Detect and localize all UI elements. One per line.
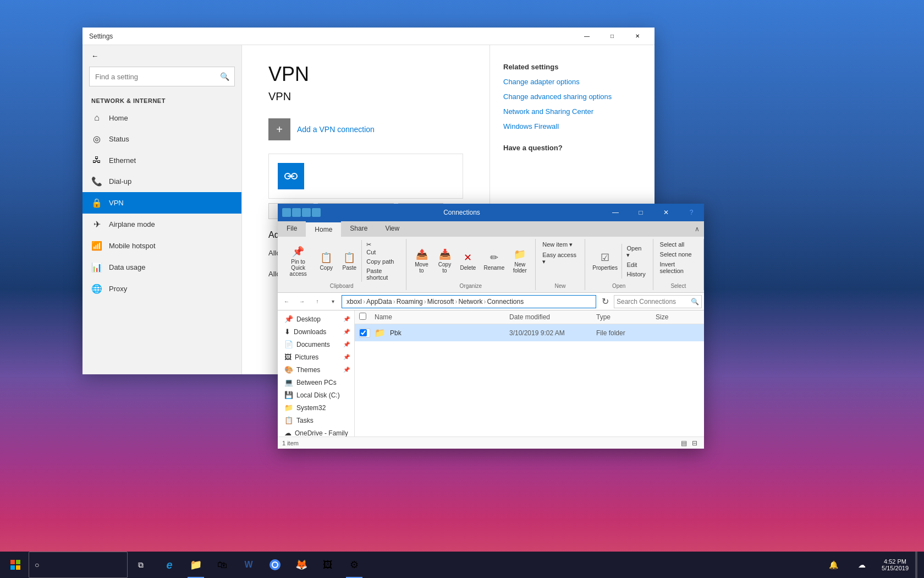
explorer-minimize-button[interactable]: — [603,204,628,221]
explorer-close-button[interactable]: ✕ [653,204,679,221]
nav-pictures[interactable]: 🖼 Pictures 📌 [278,351,354,363]
move-to-button[interactable]: 📤 Moveto [411,247,433,275]
item-count: 1 item [282,440,299,446]
taskbar-settings-icon[interactable]: ⚙ [341,552,367,578]
firewall-link[interactable]: Windows Firewall [503,122,641,130]
history-button[interactable]: History [624,270,648,279]
settings-back-button[interactable]: ← [82,45,241,67]
invert-selection-button[interactable]: Invert selection [658,260,699,275]
address-path[interactable]: xboxl › AppData › Roaming › Microsoft › … [342,295,596,308]
sidebar-item-airplane[interactable]: ✈ Airplane mode [82,214,241,235]
copy-to-button[interactable]: 📥 Copyto [434,247,456,275]
change-adapter-link[interactable]: Change adapter options [503,78,641,86]
tiles-view-button[interactable]: ⊟ [690,438,700,448]
check-all[interactable] [359,313,370,321]
taskbar-chrome-icon[interactable] [262,552,288,578]
taskbar-edge-icon[interactable]: e [156,552,183,578]
table-row[interactable]: 📁 Pbk 3/10/2019 9:02 AM File folder [355,324,704,341]
select-none-button[interactable]: Select none [658,250,694,259]
rename-button[interactable]: ✏ Rename [480,250,508,272]
tab-view[interactable]: View [376,221,408,237]
settings-maximize-button[interactable]: □ [600,28,625,45]
sidebar-item-hotspot[interactable]: 📶 Mobile hotspot [82,235,241,257]
explorer-window-controls: — □ ✕ ? [603,204,704,221]
paste-shortcut-button[interactable]: Paste shortcut [364,266,401,282]
nav-between-pcs[interactable]: 💻 Between PCs [278,376,354,389]
nav-themes[interactable]: 🎨 Themes 📌 [278,363,354,376]
pin-quick-access-button[interactable]: 📌 Pin to Quickaccess [282,244,314,278]
start-button[interactable] [2,552,29,578]
search-input[interactable] [617,298,689,306]
row-select-checkbox[interactable] [360,329,367,336]
taskbar-photos-icon[interactable]: 🖼 [315,552,341,578]
cut-button[interactable]: ✂ Cut [364,240,401,257]
refresh-button[interactable]: ↻ [598,295,612,308]
explorer-maximize-button[interactable]: □ [628,204,653,221]
recent-nav-button[interactable]: ▾ [326,295,339,308]
new-folder-button[interactable]: 📁 Newfolder [509,247,531,275]
taskbar-clock[interactable]: 4:52 PM 5/15/2019 [877,558,913,571]
new-item-button[interactable]: New item ▾ [540,240,575,249]
sidebar-item-home[interactable]: ⌂ Home [82,107,241,128]
edit-button[interactable]: Edit [624,260,648,269]
have-question-title: Have a question? [503,144,641,152]
nav-documents[interactable]: 📄 Documents 📌 [278,338,354,351]
forward-nav-button[interactable]: → [295,295,309,308]
settings-titlebar: Settings — □ ✕ [82,28,654,45]
paste-button[interactable]: 📋 Paste [338,250,360,272]
taskbar-store-icon[interactable]: 🛍 [209,552,235,578]
settings-minimize-button[interactable]: — [574,28,600,45]
open-button[interactable]: Open ▾ [624,244,648,260]
explorer-help-button[interactable]: ? [679,204,704,221]
network-center-link[interactable]: Network and Sharing Center [503,107,641,116]
details-view-button[interactable]: ▤ [679,438,689,448]
change-sharing-link[interactable]: Change advanced sharing options [503,92,641,101]
sidebar-item-ethernet[interactable]: 🖧 Ethernet [82,150,241,171]
back-nav-button[interactable]: ← [280,295,293,308]
easy-access-button[interactable]: Easy access ▾ [540,250,580,266]
sidebar-item-proxy[interactable]: 🌐 Proxy [82,278,241,299]
copy-button[interactable]: 📋 Copy [315,250,337,272]
properties-button[interactable]: ☑ Properties [590,250,621,272]
name-column-header[interactable]: Name [375,313,505,321]
nav-desktop[interactable]: 📌 Desktop 📌 [278,313,354,325]
sidebar-item-vpn[interactable]: 🔒 VPN [82,192,241,214]
ribbon-collapse-icon[interactable]: ∧ [695,225,700,233]
delete-button[interactable]: ✕ Delete [457,250,480,272]
sidebar-status-label: Status [109,135,129,143]
copy-path-button[interactable]: Copy path [364,257,401,266]
sidebar-item-status[interactable]: ◎ Status [82,128,241,150]
select-all-checkbox[interactable] [359,313,366,320]
tab-share[interactable]: Share [341,221,376,237]
settings-close-button[interactable]: ✕ [625,28,650,45]
nav-local-disk[interactable]: 💾 Local Disk (C:) [278,389,354,401]
settings-search-input[interactable] [89,67,235,86]
date-column-header[interactable]: Date modified [509,313,592,321]
sidebar-item-data[interactable]: 📊 Data usage [82,257,241,278]
row-checkbox[interactable] [359,329,370,337]
sidebar-item-dialup[interactable]: 📞 Dial-up [82,171,241,192]
type-column-header[interactable]: Type [596,313,651,321]
nav-downloads[interactable]: ⬇ Downloads 📌 [278,325,354,338]
up-nav-button[interactable]: ↑ [311,295,324,308]
search-button[interactable]: ○ [29,552,128,578]
add-vpn-button[interactable]: + Add a VPN connection [268,112,463,147]
tab-file[interactable]: File [278,221,306,237]
desktop-nav-icon: 📌 [284,315,293,323]
tab-home[interactable]: Home [306,221,341,237]
nav-onedrive[interactable]: ☁ OneDrive - Family [278,427,354,437]
explorer-window: Connections — □ ✕ ? File Home Share View… [278,204,704,449]
taskbar-explorer-icon[interactable]: 📁 [183,552,209,578]
select-all-button[interactable]: Select all [658,240,687,249]
taskbar-word-icon[interactable]: W [235,552,262,578]
taskbar-firefox-icon[interactable]: 🦊 [288,552,315,578]
task-view-button[interactable]: ⧉ [128,552,154,578]
show-desktop-button[interactable] [915,552,917,578]
nav-system32[interactable]: 📁 System32 [278,401,354,414]
notification-icon[interactable]: 🔔 [820,552,846,578]
nav-tasks[interactable]: 📋 Tasks [278,414,354,427]
new-item-label: New item ▾ [542,241,573,248]
explorer-status-bar: 1 item ▤ ⊟ [278,437,704,449]
onedrive-taskbar-icon[interactable]: ☁ [849,552,875,578]
size-column-header[interactable]: Size [656,313,700,321]
